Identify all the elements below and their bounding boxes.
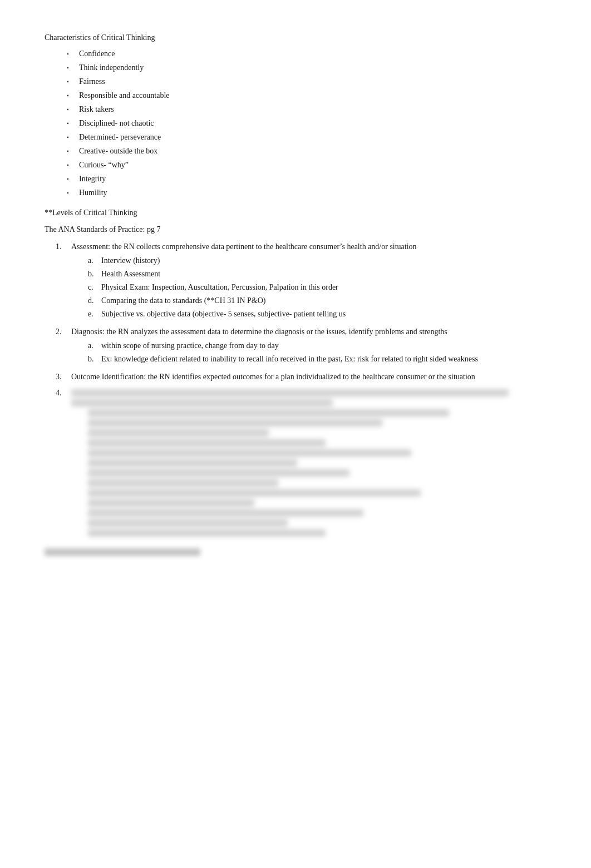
alpha-label: c. bbox=[88, 281, 101, 293]
alpha-item: b. Health Assessment bbox=[88, 268, 546, 280]
bullet-text: Fairness bbox=[79, 76, 105, 87]
bullet-text: Responsible and accountable bbox=[79, 90, 170, 101]
bullet-icon: ▪ bbox=[67, 63, 79, 72]
alpha-text: Ex: knowledge deficient related to inabi… bbox=[101, 353, 478, 365]
ana-item-3-text: Outcome Identification: the RN identifie… bbox=[71, 373, 475, 381]
bullet-icon: ▪ bbox=[67, 119, 79, 127]
alpha-item: c. Physical Exam: Inspection, Auscultati… bbox=[88, 281, 546, 293]
ana-item-2: 2. Diagnosis: the RN analyzes the assess… bbox=[56, 326, 546, 366]
bullet-icon: ▪ bbox=[67, 161, 79, 169]
ana-item-2-content: Diagnosis: the RN analyzes the assessmen… bbox=[71, 326, 546, 366]
ana-item-1: 1. Assessment: the RN collects comprehen… bbox=[56, 241, 546, 321]
list-item: ▪ Fairness bbox=[67, 76, 546, 87]
bullet-icon: ▪ bbox=[67, 175, 79, 183]
bullet-text: Creative- outside the box bbox=[79, 145, 157, 157]
ana-item-3: 3. Outcome Identification: the RN identi… bbox=[56, 371, 546, 383]
characteristics-title: Characteristics of Critical Thinking bbox=[45, 33, 546, 42]
bullet-text: Determined- perseverance bbox=[79, 131, 161, 143]
list-item: ▪ Responsible and accountable bbox=[67, 90, 546, 101]
characteristics-section: Characteristics of Critical Thinking ▪ C… bbox=[45, 33, 546, 199]
alpha-item: a. within scope of nursing practice, cha… bbox=[88, 340, 546, 351]
levels-note: **Levels of Critical Thinking bbox=[45, 209, 546, 217]
ana-item-1-text: Assessment: the RN collects comprehensiv… bbox=[71, 242, 417, 251]
ana-item-2-text: Diagnosis: the RN analyzes the assessmen… bbox=[71, 328, 447, 336]
list-item: ▪ Humility bbox=[67, 187, 546, 199]
alpha-text: Physical Exam: Inspection, Auscultation,… bbox=[101, 281, 338, 293]
bullet-text: Integrity bbox=[79, 173, 106, 185]
ana-item-3-content: Outcome Identification: the RN identifie… bbox=[71, 371, 546, 383]
bullet-icon: ▪ bbox=[67, 147, 79, 155]
alpha-label: b. bbox=[88, 353, 101, 365]
list-item: ▪ Curious- “why” bbox=[67, 159, 546, 171]
ana-item-2-sublist: a. within scope of nursing practice, cha… bbox=[88, 340, 546, 365]
ana-title: The ANA Standards of Practice: pg 7 bbox=[45, 225, 546, 234]
ana-section: The ANA Standards of Practice: pg 7 1. A… bbox=[45, 225, 546, 539]
list-item: ▪ Determined- perseverance bbox=[67, 131, 546, 143]
alpha-text: Health Assessment bbox=[101, 268, 160, 280]
alpha-label: a. bbox=[88, 340, 101, 351]
list-item: ▪ Risk takers bbox=[67, 103, 546, 115]
alpha-text: Interview (history) bbox=[101, 255, 160, 266]
ana-item-1-content: Assessment: the RN collects comprehensiv… bbox=[71, 241, 546, 321]
bullet-text: Disciplined- not chaotic bbox=[79, 117, 154, 129]
alpha-label: a. bbox=[88, 255, 101, 266]
bullet-icon: ▪ bbox=[67, 133, 79, 141]
bullet-icon: ▪ bbox=[67, 77, 79, 86]
list-item: ▪ Confidence bbox=[67, 48, 546, 59]
alpha-item: e. Subjective vs. objective data (object… bbox=[88, 308, 546, 320]
ana-numbered-list: 1. Assessment: the RN collects comprehen… bbox=[56, 241, 546, 539]
alpha-text: within scope of nursing practice, change… bbox=[101, 340, 279, 351]
alpha-item: b. Ex: knowledge deficient related to in… bbox=[88, 353, 546, 365]
num-label-1: 1. bbox=[56, 241, 71, 252]
bullet-icon: ▪ bbox=[67, 189, 79, 197]
alpha-text: Subjective vs. objective data (objective… bbox=[101, 308, 346, 320]
bullet-text: Curious- “why” bbox=[79, 159, 129, 171]
num-label-2: 2. bbox=[56, 326, 71, 338]
list-item: ▪ Integrity bbox=[67, 173, 546, 185]
bullet-text: Humility bbox=[79, 187, 107, 199]
num-label-3: 3. bbox=[56, 371, 71, 383]
bullet-text: Think independently bbox=[79, 62, 144, 73]
list-item: ▪ Creative- outside the box bbox=[67, 145, 546, 157]
ana-item-4-blurred bbox=[71, 389, 546, 539]
list-item: ▪ Think independently bbox=[67, 62, 546, 73]
bullet-icon: ▪ bbox=[67, 105, 79, 113]
characteristics-list: ▪ Confidence ▪ Think independently ▪ Fai… bbox=[67, 48, 546, 199]
alpha-item: d. Comparing the data to standards (**CH… bbox=[88, 295, 546, 306]
alpha-text: Comparing the data to standards (**CH 31… bbox=[101, 295, 266, 306]
bullet-text: Risk takers bbox=[79, 103, 114, 115]
ana-item-4: 4. bbox=[56, 387, 546, 539]
ana-item-1-sublist: a. Interview (history) b. Health Assessm… bbox=[88, 255, 546, 320]
alpha-label: d. bbox=[88, 295, 101, 306]
alpha-label: b. bbox=[88, 268, 101, 280]
bullet-text: Confidence bbox=[79, 48, 115, 59]
alpha-label: e. bbox=[88, 308, 101, 320]
bullet-icon: ▪ bbox=[67, 91, 79, 100]
alpha-item: a. Interview (history) bbox=[88, 255, 546, 266]
bullet-icon: ▪ bbox=[67, 49, 79, 58]
blurred-footer bbox=[45, 548, 200, 556]
num-label-4: 4. bbox=[56, 387, 71, 399]
list-item: ▪ Disciplined- not chaotic bbox=[67, 117, 546, 129]
